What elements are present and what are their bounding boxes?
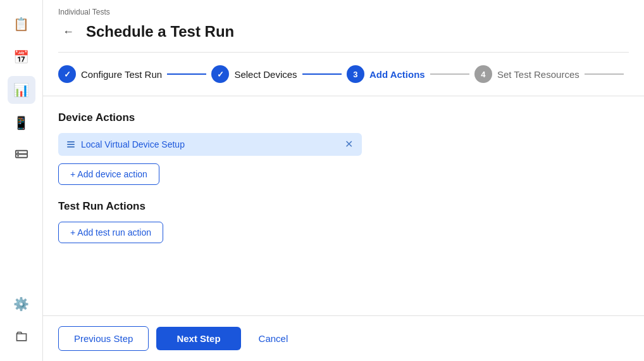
step-connector-2 [302,73,342,75]
content-area: Device Actions Local Virtual Device Setu… [43,96,644,315]
sidebar-item-calendar[interactable]: 📅 [8,43,35,71]
device-actions-section: Device Actions Local Virtual Device Setu… [58,111,629,185]
device-actions-title: Device Actions [58,111,629,124]
step-number-4: 4 [481,70,485,79]
breadcrumb: Individual Tests [58,8,629,16]
device-action-chip: Local Virtual Device Setup ✕ [58,133,362,156]
header: Individual Tests ← Schedule a Test Run [43,0,644,53]
drag-handle-icon[interactable] [67,141,75,148]
step-label-add-actions: Add Actions [369,69,425,80]
step-label-select-devices: Select Devices [234,69,297,80]
add-device-action-button[interactable]: + Add device action [58,163,159,185]
title-row: ← Schedule a Test Run [58,22,629,53]
main-content: Individual Tests ← Schedule a Test Run ✓… [43,0,644,361]
chip-label-lvds: Local Virtual Device Setup [81,139,338,149]
step-number-3: 3 [353,70,357,79]
sidebar-item-clipboard[interactable]: 📋 [8,10,35,38]
checkmark-icon-2: ✓ [217,70,224,79]
step-circle-set-resources: 4 [474,65,492,83]
steps-row: ✓ Configure Test Run ✓ Select Devices 3 … [43,53,644,96]
footer: Previous Step Next Step Cancel [43,315,644,361]
sidebar-item-folder[interactable] [8,323,35,351]
sidebar-item-chart[interactable]: 📊 [8,76,35,104]
checkmark-icon: ✓ [64,70,71,79]
page-title: Schedule a Test Run [86,23,234,41]
step-label-set-resources: Set Test Resources [497,69,579,80]
step-configure: ✓ Configure Test Run [58,65,162,83]
test-run-actions-section: Test Run Actions + Add test run action [58,200,629,243]
cancel-button[interactable]: Cancel [249,327,299,350]
step-circle-add-actions: 3 [347,65,364,83]
add-test-run-action-button[interactable]: + Add test run action [58,222,163,243]
step-connector-1 [167,73,206,75]
sidebar-item-settings[interactable]: ⚙️ [8,290,35,318]
step-add-actions: 3 Add Actions [347,65,425,83]
step-label-configure: Configure Test Run [81,69,162,80]
sidebar-item-server[interactable] [8,142,35,170]
test-run-actions-title: Test Run Actions [58,200,629,213]
step-set-resources: 4 Set Test Resources [474,65,579,83]
step-connector-4 [585,73,624,75]
previous-step-button[interactable]: Previous Step [58,326,149,351]
step-circle-select-devices: ✓ [211,65,229,83]
chip-close-button[interactable]: ✕ [345,139,353,149]
back-button[interactable]: ← [58,22,78,42]
sidebar-item-phone[interactable]: 📱 [8,109,35,137]
next-step-button[interactable]: Next Step [156,327,240,350]
step-connector-3 [430,73,469,75]
step-select-devices: ✓ Select Devices [211,65,297,83]
sidebar: 📋 📅 📊 📱 ⚙️ [0,0,43,361]
step-circle-configure: ✓ [58,65,76,83]
